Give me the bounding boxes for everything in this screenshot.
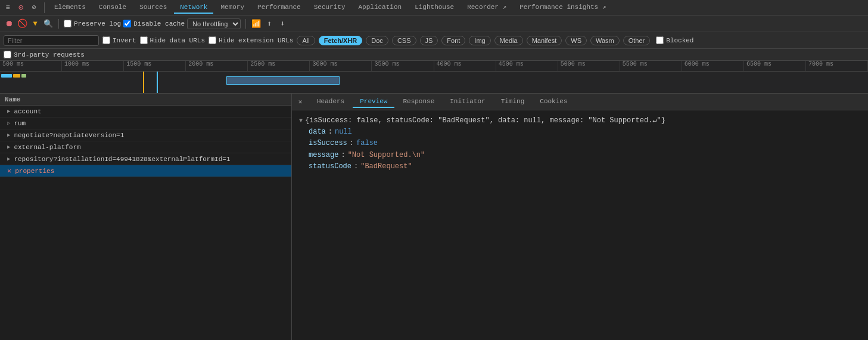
disable-cache-checkbox[interactable]: Disable cache: [123, 20, 185, 27]
hide-ext-urls-input[interactable]: [209, 36, 216, 44]
disable-cache-label: Disable cache: [133, 20, 185, 27]
request-list-header: Name: [0, 94, 291, 106]
filter-font[interactable]: Font: [441, 36, 465, 45]
req-arrow-4: ▶: [7, 144, 10, 150]
timeline-ruler: 500 ms1000 ms1500 ms2000 ms2500 ms3000 m…: [0, 61, 868, 72]
req-name-rum: rum: [14, 120, 26, 127]
tab-performance[interactable]: Performance: [251, 2, 307, 14]
timeline-tick-3: 2000 ms: [186, 61, 248, 71]
filter-media[interactable]: Media: [494, 36, 523, 45]
filter-css[interactable]: CSS: [392, 36, 416, 45]
disable-cache-input[interactable]: [123, 20, 131, 27]
bar-3: [21, 74, 26, 78]
tab-perf-insights[interactable]: Performance insights ↗: [514, 1, 612, 14]
req-arrow-5: ▶: [7, 156, 10, 162]
request-item-external-platform[interactable]: ▶ external-platform: [0, 141, 291, 153]
request-item-repository[interactable]: ▶ repository?installationId=49941828&ext…: [0, 153, 291, 165]
tab-console[interactable]: Console: [93, 2, 132, 14]
filter-doc[interactable]: Doc: [366, 36, 388, 45]
detail-tab-cookies[interactable]: Cookies: [533, 96, 574, 108]
blocked-input[interactable]: [656, 36, 664, 44]
request-item-rum[interactable]: ▷ rum: [0, 118, 291, 129]
json-colon-1: :: [328, 126, 332, 138]
filter-wasm[interactable]: Wasm: [590, 36, 620, 45]
hide-data-urls-label: Hide data URLs: [150, 37, 205, 44]
invert-checkbox[interactable]: Invert: [102, 36, 136, 44]
filter-row: Invert Hide data URLs Hide extension URL…: [0, 32, 868, 49]
detail-tab-timing[interactable]: Timing: [494, 96, 532, 108]
req-name-account: account: [14, 108, 41, 115]
req-error-icon: ✕: [7, 166, 11, 175]
third-party-checkbox[interactable]: 3rd-party requests: [4, 51, 85, 58]
tab-memory[interactable]: Memory: [214, 2, 250, 14]
request-item-properties[interactable]: ✕ properties: [0, 165, 291, 177]
hide-ext-urls-checkbox[interactable]: Hide extension URLs: [209, 36, 293, 44]
block-icon[interactable]: ⊘: [29, 2, 39, 13]
json-value-statuscode: "BadRequest": [360, 161, 412, 172]
filter-ws[interactable]: WS: [565, 36, 587, 45]
timeline: 500 ms1000 ms1500 ms2000 ms2500 ms3000 m…: [0, 61, 868, 94]
invert-input[interactable]: [102, 36, 110, 44]
json-key-message: message: [309, 150, 338, 161]
hide-data-urls-checkbox[interactable]: Hide data URLs: [140, 36, 205, 44]
tab-security[interactable]: Security: [308, 2, 351, 14]
detail-tab-response[interactable]: Response: [396, 96, 441, 108]
blocked-label: Blocked: [666, 37, 693, 44]
json-summary-text: {isSuccess: false, statusCode: "BadReque…: [305, 115, 665, 126]
devtools-menu-icon[interactable]: ≡: [2, 2, 13, 13]
timeline-orange-line: [143, 72, 144, 94]
tab-lighthouse[interactable]: Lighthouse: [409, 2, 460, 14]
req-name-properties: properties: [15, 168, 54, 175]
req-arrow-3: ▶: [7, 132, 10, 138]
filter-input[interactable]: [4, 35, 99, 46]
preserve-log-checkbox[interactable]: Preserve log: [64, 20, 121, 27]
filter-all[interactable]: All: [297, 36, 315, 45]
wifi-icon[interactable]: 📶: [251, 18, 262, 29]
download-icon[interactable]: ⬇: [277, 18, 288, 29]
inspect-icon[interactable]: ⊙: [15, 2, 26, 13]
throttle-select[interactable]: No throttlingFast 3GSlow 3GOffline: [187, 18, 241, 29]
record-icon[interactable]: ⏺: [4, 18, 14, 29]
json-value-message: "Not Supported.\n": [348, 150, 425, 161]
timeline-blue-bar: [226, 76, 340, 85]
tab-sources[interactable]: Sources: [133, 2, 173, 14]
json-field-issuccess: isSuccess : false: [299, 138, 861, 149]
third-party-input[interactable]: [4, 51, 11, 58]
detail-close-button[interactable]: ✕: [294, 96, 306, 108]
filter-js[interactable]: JS: [420, 36, 438, 45]
filter-other[interactable]: Other: [623, 36, 651, 45]
req-arrow-1: ▶: [7, 108, 10, 115]
preserve-log-input[interactable]: [64, 20, 71, 27]
request-item-account[interactable]: ▶ account: [0, 106, 291, 118]
detail-tab-headers[interactable]: Headers: [310, 96, 351, 108]
filter-fetch-xhr[interactable]: Fetch/XHR: [319, 36, 363, 45]
json-value-data: null: [335, 126, 352, 138]
detail-tab-initiator[interactable]: Initiator: [443, 96, 492, 108]
search-icon[interactable]: 🔍: [43, 18, 54, 29]
tab-recorder[interactable]: Recorder ↗: [461, 1, 512, 14]
req-name-repository: repository?installationId=49941828&exter…: [14, 156, 230, 163]
third-party-label: 3rd-party requests: [14, 51, 85, 58]
hide-data-urls-input[interactable]: [140, 36, 148, 44]
detail-tabs: ✕ Headers Preview Response Initiator Tim…: [292, 94, 868, 110]
bar-2: [13, 74, 20, 78]
bar-1: [1, 74, 12, 78]
tab-elements[interactable]: Elements: [48, 2, 92, 14]
filter-manifest[interactable]: Manifest: [527, 36, 562, 45]
timeline-tick-0: 500 ms: [0, 61, 62, 71]
clear-icon[interactable]: 🚫: [17, 18, 27, 29]
tab-network[interactable]: Network: [174, 2, 213, 14]
upload-icon[interactable]: ⬆: [264, 18, 275, 29]
timeline-tick-6: 3500 ms: [372, 61, 434, 71]
json-toggle-root[interactable]: ▼: [299, 116, 303, 126]
timeline-tick-4: 2500 ms: [248, 61, 310, 71]
timeline-blue-line: [157, 72, 158, 94]
filter-img[interactable]: Img: [469, 36, 490, 45]
hide-ext-urls-label: Hide extension URLs: [219, 37, 293, 44]
tab-application[interactable]: Application: [353, 2, 408, 14]
filter-icon[interactable]: ▼: [30, 18, 41, 29]
json-colon-3: :: [341, 150, 345, 161]
blocked-checkbox[interactable]: Blocked: [656, 36, 693, 44]
request-item-negotiate[interactable]: ▶ negotiate?negotiateVersion=1: [0, 129, 291, 141]
detail-tab-preview[interactable]: Preview: [353, 96, 394, 108]
